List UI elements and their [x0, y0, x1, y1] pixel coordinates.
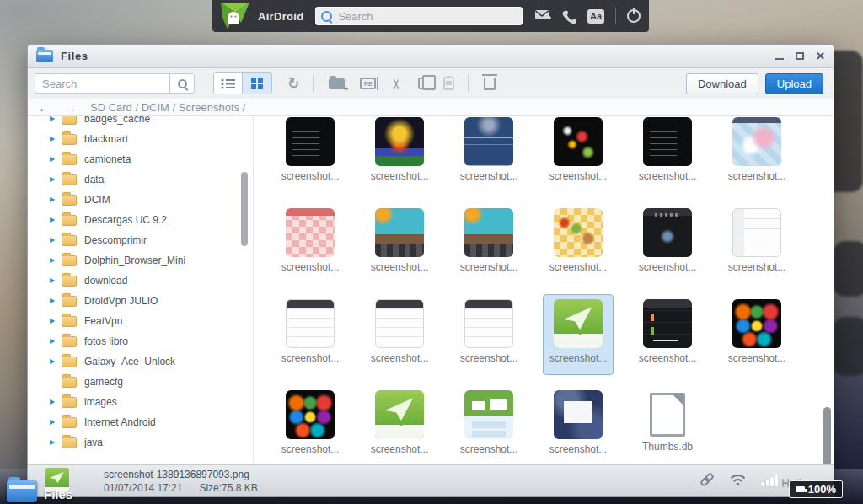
sidebar-folder-item[interactable]: ▶blackmart — [28, 129, 253, 149]
taskbar-files-button[interactable]: Files — [7, 480, 72, 502]
expander-icon[interactable]: ▶ — [50, 136, 56, 142]
file-item[interactable]: screenshot... — [453, 294, 524, 375]
sidebar-folder-item[interactable]: ▶Internet Android — [28, 412, 253, 432]
expander-icon[interactable]: ▶ — [50, 298, 56, 304]
file-item[interactable]: screenshot... — [543, 385, 614, 464]
file-thumbnail — [375, 117, 424, 166]
file-thumbnail — [643, 208, 692, 257]
expander-icon[interactable]: ▶ — [50, 257, 56, 264]
sidebar-folder-item[interactable]: ▶Galaxy_Ace_Unlock — [28, 351, 253, 372]
expander-icon[interactable]: ▶ — [50, 419, 56, 426]
file-search-input[interactable] — [35, 73, 169, 94]
expander-icon[interactable] — [50, 378, 56, 385]
sidebar-folder-item[interactable]: ▶DroidVpn JULIO — [28, 291, 253, 311]
file-item[interactable]: screenshot... — [275, 116, 346, 193]
file-item[interactable]: screenshot... — [364, 203, 435, 284]
sidebar-folder-item[interactable]: ▶java — [28, 432, 253, 453]
file-item[interactable]: screenshot... — [543, 203, 614, 284]
sidebar-scrollbar[interactable] — [241, 172, 248, 246]
file-item[interactable]: screenshot... — [364, 116, 435, 193]
file-item[interactable]: screenshot... — [453, 203, 524, 284]
list-view-icon[interactable] — [214, 73, 243, 94]
upload-button[interactable]: Upload — [765, 73, 823, 94]
back-icon[interactable]: ← — [38, 102, 51, 114]
close-button[interactable]: ✕ — [816, 52, 825, 61]
file-item[interactable]: screenshot... — [364, 294, 435, 375]
expander-icon[interactable]: ▶ — [50, 338, 56, 345]
minimize-button[interactable] — [775, 53, 784, 60]
file-thumbnail — [286, 208, 335, 257]
call-icon[interactable] — [562, 9, 576, 24]
new-message-icon[interactable] — [534, 9, 551, 23]
sidebar-folder-item[interactable]: ▶fotos libro — [28, 331, 253, 351]
search-icon — [178, 79, 187, 88]
sidebar-folder-item[interactable]: ▶Descargas UC 9.2 — [28, 210, 253, 230]
refresh-icon[interactable]: ↻ — [287, 75, 299, 93]
file-item[interactable]: screenshot... — [275, 203, 346, 284]
window-title: Files — [61, 50, 88, 62]
new-folder-icon[interactable] — [329, 78, 345, 89]
global-search[interactable] — [315, 7, 523, 25]
file-item[interactable]: screenshot... — [632, 203, 703, 284]
file-item[interactable]: screenshot... — [543, 116, 614, 193]
folder-label: data — [84, 174, 104, 185]
cut-icon[interactable]: ✂ — [391, 76, 402, 92]
maximize-button[interactable] — [796, 52, 804, 60]
window-titlebar[interactable]: Files ✕ — [28, 45, 834, 68]
expander-icon[interactable]: ▶ — [50, 156, 56, 163]
file-thumbnail — [732, 208, 781, 257]
grid-scrollbar[interactable] — [823, 407, 831, 464]
expander-icon[interactable]: ▶ — [50, 116, 56, 122]
file-item[interactable]: screenshot... — [721, 294, 792, 375]
folder-label: DCIM — [84, 194, 110, 206]
expander-icon[interactable]: ▶ — [50, 176, 56, 183]
expander-icon[interactable]: ▶ — [50, 318, 56, 324]
file-item[interactable]: screenshot... — [721, 116, 792, 193]
expander-icon[interactable]: ▶ — [50, 237, 56, 244]
folder-label: Dolphin_Browser_Mini — [84, 255, 185, 266]
delete-icon[interactable] — [484, 78, 496, 90]
file-item[interactable]: Thumbs.db — [632, 385, 703, 464]
copy-icon[interactable] — [418, 78, 428, 89]
window-content: ▶badges_cache▶blackmart▶camioneta▶data▶D… — [28, 116, 834, 464]
power-icon[interactable] — [627, 9, 641, 23]
rename-icon[interactable]: RE — [360, 78, 376, 89]
sidebar-folder-item[interactable]: ▶download — [28, 271, 253, 291]
expander-icon[interactable]: ▶ — [50, 196, 56, 203]
sidebar-folder-item[interactable]: ▶Dolphin_Browser_Mini — [28, 250, 253, 271]
file-item[interactable]: screenshot... — [632, 294, 703, 375]
sidebar-folder-item[interactable]: ▶FeatVpn — [28, 311, 253, 331]
file-item[interactable]: screenshot... — [632, 116, 703, 193]
sidebar-folder-item[interactable]: gamecfg — [28, 372, 253, 392]
file-item[interactable]: screenshot... — [275, 294, 346, 375]
sidebar-folder-item[interactable]: ▶badges_cache — [28, 116, 253, 129]
download-button[interactable]: Download — [686, 73, 758, 94]
file-item[interactable]: screenshot... — [275, 385, 346, 464]
grid-view-icon[interactable] — [243, 73, 271, 94]
breadcrumb[interactable]: SD Card / DCIM / Screenshots / — [90, 101, 245, 114]
forward-icon[interactable]: → — [64, 102, 77, 114]
folder-label: java — [84, 437, 103, 448]
file-item[interactable]: screenshot... — [453, 385, 524, 464]
paste-icon[interactable] — [443, 77, 454, 90]
file-item[interactable]: screenshot... — [543, 294, 614, 375]
file-search-button[interactable] — [169, 73, 195, 94]
font-icon[interactable]: Aa — [587, 9, 604, 24]
file-item[interactable]: screenshot... — [721, 203, 792, 284]
expander-icon[interactable]: ▶ — [50, 399, 56, 405]
expander-icon[interactable]: ▶ — [50, 277, 56, 284]
sidebar-folder-item[interactable]: ▶camioneta — [28, 149, 253, 169]
expander-icon[interactable]: ▶ — [50, 217, 56, 223]
sidebar-folder-item[interactable]: ▶images — [28, 392, 253, 412]
file-item[interactable]: screenshot... — [453, 116, 524, 193]
expander-icon[interactable]: ▶ — [50, 358, 56, 365]
sidebar-folder-item[interactable]: ▶DCIM — [28, 190, 253, 210]
file-grid-area: screenshot...screenshot...screenshot...s… — [254, 116, 834, 464]
sidebar-folder-item[interactable]: ▶Descomprimir — [28, 230, 253, 250]
folder-icon — [62, 195, 77, 206]
toolbar: ↻ RE ✂ Download Upload — [28, 68, 834, 99]
expander-icon[interactable]: ▶ — [50, 439, 56, 446]
sidebar-folder-item[interactable]: ▶data — [28, 169, 253, 190]
file-item[interactable]: screenshot... — [364, 385, 435, 464]
global-search-input[interactable] — [338, 10, 517, 23]
